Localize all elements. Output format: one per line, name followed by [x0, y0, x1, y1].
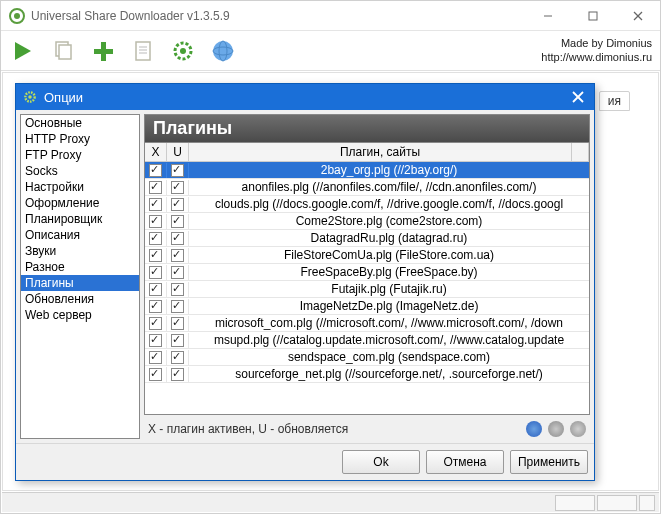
cell-u[interactable]: [167, 333, 189, 348]
table-row[interactable]: Futajik.plg (Futajik.ru): [145, 281, 589, 298]
cell-x[interactable]: [145, 197, 167, 212]
add-icon[interactable]: [89, 37, 117, 65]
table-row[interactable]: microsoft_com.plg (//microsoft.com/, //w…: [145, 315, 589, 332]
category-item[interactable]: HTTP Proxy: [21, 131, 139, 147]
checkbox-u[interactable]: [171, 164, 184, 177]
cell-x[interactable]: [145, 163, 167, 178]
legend-save-icon[interactable]: [526, 421, 542, 437]
checkbox-u[interactable]: [171, 198, 184, 211]
checkbox-u[interactable]: [171, 266, 184, 279]
category-item[interactable]: Описания: [21, 227, 139, 243]
settings-icon[interactable]: [169, 37, 197, 65]
category-item[interactable]: Основные: [21, 115, 139, 131]
cell-u[interactable]: [167, 163, 189, 178]
checkbox-x[interactable]: [149, 368, 162, 381]
category-item[interactable]: Звуки: [21, 243, 139, 259]
checkbox-x[interactable]: [149, 232, 162, 245]
checkbox-x[interactable]: [149, 198, 162, 211]
close-button[interactable]: [615, 1, 660, 30]
checkbox-x[interactable]: [149, 334, 162, 347]
table-row[interactable]: FileStoreComUa.plg (FileStore.com.ua): [145, 247, 589, 264]
minimize-button[interactable]: [525, 1, 570, 30]
cell-u[interactable]: [167, 248, 189, 263]
table-row[interactable]: Come2Store.plg (come2store.com): [145, 213, 589, 230]
table-row[interactable]: sendspace_com.plg (sendspace.com): [145, 349, 589, 366]
checkbox-x[interactable]: [149, 164, 162, 177]
cell-u[interactable]: [167, 316, 189, 331]
category-item[interactable]: Web сервер: [21, 307, 139, 323]
dialog-close-button[interactable]: [568, 87, 588, 107]
category-item[interactable]: Обновления: [21, 291, 139, 307]
col-header-name[interactable]: Плагин, сайты: [189, 143, 572, 161]
checkbox-u[interactable]: [171, 215, 184, 228]
legend-disk-icon[interactable]: [548, 421, 564, 437]
cell-u[interactable]: [167, 197, 189, 212]
cell-u[interactable]: [167, 214, 189, 229]
cell-u[interactable]: [167, 231, 189, 246]
table-row[interactable]: msupd.plg (//catalog.update.microsoft.co…: [145, 332, 589, 349]
ok-button[interactable]: Ok: [342, 450, 420, 474]
cell-x[interactable]: [145, 333, 167, 348]
checkbox-u[interactable]: [171, 300, 184, 313]
cell-x[interactable]: [145, 265, 167, 280]
table-row[interactable]: sourceforge_net.plg (//sourceforge.net/,…: [145, 366, 589, 383]
cell-x[interactable]: [145, 316, 167, 331]
category-item[interactable]: FTP Proxy: [21, 147, 139, 163]
apply-button[interactable]: Применить: [510, 450, 588, 474]
table-row[interactable]: ImageNetzDe.plg (ImageNetz.de): [145, 298, 589, 315]
checkbox-u[interactable]: [171, 368, 184, 381]
checkbox-u[interactable]: [171, 334, 184, 347]
cell-u[interactable]: [167, 299, 189, 314]
category-item[interactable]: Socks: [21, 163, 139, 179]
maximize-button[interactable]: [570, 1, 615, 30]
legend-info-icon[interactable]: [570, 421, 586, 437]
cell-x[interactable]: [145, 350, 167, 365]
cell-x[interactable]: [145, 248, 167, 263]
checkbox-u[interactable]: [171, 232, 184, 245]
cell-x[interactable]: [145, 299, 167, 314]
category-list[interactable]: ОсновныеHTTP ProxyFTP ProxySocksНастройк…: [20, 114, 140, 439]
table-row[interactable]: DatagradRu.plg (datagrad.ru): [145, 230, 589, 247]
copy-icon[interactable]: [49, 37, 77, 65]
col-header-u[interactable]: U: [167, 143, 189, 161]
col-header-x[interactable]: X: [145, 143, 167, 161]
play-icon[interactable]: [9, 37, 37, 65]
cell-u[interactable]: [167, 367, 189, 382]
category-item[interactable]: Разное: [21, 259, 139, 275]
checkbox-u[interactable]: [171, 317, 184, 330]
checkbox-x[interactable]: [149, 300, 162, 313]
table-row[interactable]: anonfiles.plg (//anonfiles.com/file/, //…: [145, 179, 589, 196]
globe-icon[interactable]: [209, 37, 237, 65]
background-tab[interactable]: ия: [599, 91, 630, 111]
table-row[interactable]: 2bay_org.plg (//2bay.org/): [145, 162, 589, 179]
cancel-button[interactable]: Отмена: [426, 450, 504, 474]
category-item[interactable]: Плагины: [21, 275, 139, 291]
category-item[interactable]: Настройки: [21, 179, 139, 195]
category-item[interactable]: Оформление: [21, 195, 139, 211]
checkbox-x[interactable]: [149, 249, 162, 262]
checkbox-x[interactable]: [149, 317, 162, 330]
checkbox-x[interactable]: [149, 266, 162, 279]
cell-u[interactable]: [167, 350, 189, 365]
cell-x[interactable]: [145, 231, 167, 246]
checkbox-x[interactable]: [149, 283, 162, 296]
cell-x[interactable]: [145, 282, 167, 297]
table-body[interactable]: 2bay_org.plg (//2bay.org/)anonfiles.plg …: [145, 162, 589, 414]
document-icon[interactable]: [129, 37, 157, 65]
checkbox-u[interactable]: [171, 249, 184, 262]
checkbox-u[interactable]: [171, 181, 184, 194]
checkbox-u[interactable]: [171, 351, 184, 364]
checkbox-x[interactable]: [149, 181, 162, 194]
cell-x[interactable]: [145, 367, 167, 382]
table-row[interactable]: FreeSpaceBy.plg (FreeSpace.by): [145, 264, 589, 281]
checkbox-u[interactable]: [171, 283, 184, 296]
cell-x[interactable]: [145, 214, 167, 229]
checkbox-x[interactable]: [149, 351, 162, 364]
cell-u[interactable]: [167, 282, 189, 297]
cell-u[interactable]: [167, 180, 189, 195]
table-row[interactable]: clouds.plg (//docs.google.com/f, //drive…: [145, 196, 589, 213]
cell-u[interactable]: [167, 265, 189, 280]
cell-x[interactable]: [145, 180, 167, 195]
checkbox-x[interactable]: [149, 215, 162, 228]
category-item[interactable]: Планировщик: [21, 211, 139, 227]
